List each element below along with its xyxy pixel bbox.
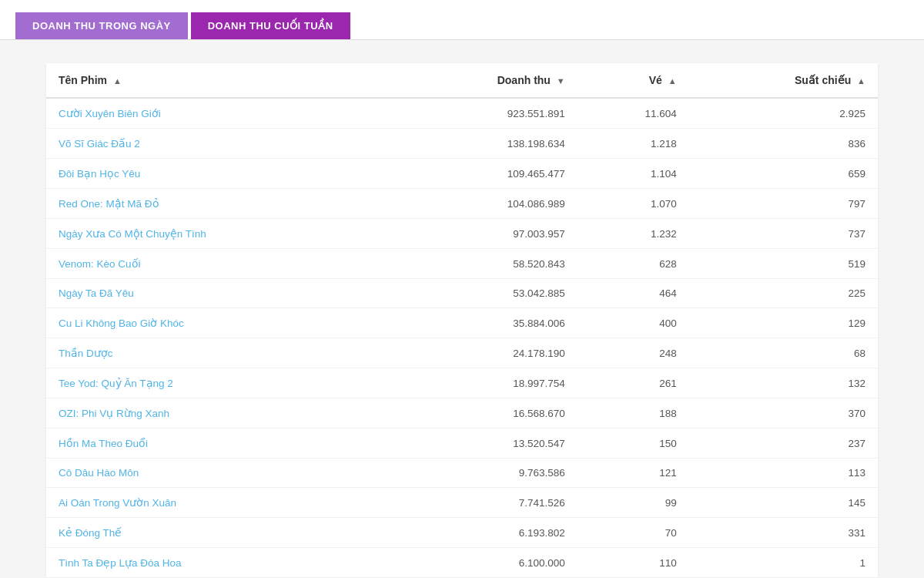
- revenue-cell: 35.884.006: [394, 308, 577, 338]
- revenue-table: Tên Phim ▲ Doanh thu ▼ Vé ▲ Suất chiếu ▲…: [46, 63, 878, 578]
- tickets-cell: 11.604: [578, 98, 689, 129]
- col-label-ten-phim: Tên Phim: [59, 74, 107, 86]
- tab-weekend[interactable]: DOANH THU CUỐI TUẦN: [191, 12, 350, 39]
- col-label-doanh-thu: Doanh thu: [497, 74, 551, 86]
- table-row: OZI: Phi Vụ Rừng Xanh16.568.670188370: [46, 398, 878, 428]
- table-row: Đôi Bạn Học Yêu109.465.4771.104659: [46, 159, 878, 189]
- movie-name-cell[interactable]: Red One: Mật Mã Đỏ: [46, 189, 394, 219]
- content-area: Tên Phim ▲ Doanh thu ▼ Vé ▲ Suất chiếu ▲…: [0, 40, 924, 578]
- movie-name-cell[interactable]: Cô Dâu Hào Môn: [46, 459, 394, 488]
- sort-icon-ve: ▲: [668, 76, 677, 86]
- shows-cell: 129: [689, 308, 878, 338]
- tickets-cell: 110: [578, 548, 689, 578]
- shows-cell: 132: [689, 368, 878, 398]
- table-row: Cu Li Không Bao Giờ Khóc35.884.006400129: [46, 308, 878, 338]
- movie-name-cell[interactable]: Đôi Bạn Học Yêu: [46, 159, 394, 189]
- shows-cell: 1: [689, 548, 878, 578]
- revenue-cell: 53.042.885: [394, 279, 577, 308]
- movie-name-cell[interactable]: Thần Dược: [46, 338, 394, 368]
- tickets-cell: 1.070: [578, 189, 689, 219]
- revenue-cell: 97.003.957: [394, 219, 577, 249]
- shows-cell: 113: [689, 459, 878, 488]
- table-row: Thần Dược24.178.19024868: [46, 338, 878, 368]
- tickets-cell: 121: [578, 459, 689, 488]
- shows-cell: 737: [689, 219, 878, 249]
- table-row: Võ Sĩ Giác Đấu 2138.198.6341.218836: [46, 129, 878, 159]
- revenue-cell: 104.086.989: [394, 189, 577, 219]
- tickets-cell: 248: [578, 338, 689, 368]
- shows-cell: 145: [689, 488, 878, 518]
- table-row: Ngày Xưa Có Một Chuyện Tình97.003.9571.2…: [46, 219, 878, 249]
- movie-name-cell[interactable]: Ai Oán Trong Vườn Xuân: [46, 488, 394, 518]
- table-row: Kẻ Đóng Thế6.193.80270331: [46, 518, 878, 548]
- shows-cell: 331: [689, 518, 878, 548]
- shows-cell: 370: [689, 398, 878, 428]
- revenue-cell: 16.568.670: [394, 398, 577, 428]
- table-row: Tình Ta Đẹp Lựa Đóa Hoa6.100.0001101: [46, 548, 878, 578]
- table-row: Cười Xuyên Biên Giới923.551.89111.6042.9…: [46, 98, 878, 129]
- table-row: Cô Dâu Hào Môn9.763.586121113: [46, 459, 878, 488]
- col-label-suat-chieu: Suất chiếu: [795, 74, 851, 86]
- table-row: Ai Oán Trong Vườn Xuân7.741.52699145: [46, 488, 878, 518]
- revenue-cell: 24.178.190: [394, 338, 577, 368]
- revenue-cell: 138.198.634: [394, 129, 577, 159]
- revenue-cell: 109.465.477: [394, 159, 577, 189]
- tickets-cell: 400: [578, 308, 689, 338]
- shows-cell: 519: [689, 249, 878, 279]
- tickets-cell: 464: [578, 279, 689, 308]
- tickets-cell: 261: [578, 368, 689, 398]
- revenue-cell: 6.100.000: [394, 548, 577, 578]
- revenue-cell: 923.551.891: [394, 98, 577, 129]
- revenue-cell: 9.763.586: [394, 459, 577, 488]
- table-header-row: Tên Phim ▲ Doanh thu ▼ Vé ▲ Suất chiếu ▲: [46, 63, 878, 98]
- sort-icon-doanh-thu: ▼: [557, 76, 565, 86]
- movie-name-cell[interactable]: Cu Li Không Bao Giờ Khóc: [46, 308, 394, 338]
- movie-name-cell[interactable]: Hồn Ma Theo Đuổi: [46, 428, 394, 459]
- shows-cell: 225: [689, 279, 878, 308]
- tickets-cell: 188: [578, 398, 689, 428]
- tickets-cell: 1.104: [578, 159, 689, 189]
- sort-icon-suat-chieu: ▲: [857, 76, 865, 86]
- col-header-ten-phim[interactable]: Tên Phim ▲: [46, 63, 394, 98]
- col-header-doanh-thu[interactable]: Doanh thu ▼: [394, 63, 577, 98]
- shows-cell: 797: [689, 189, 878, 219]
- movie-name-cell[interactable]: Ngày Ta Đã Yêu: [46, 279, 394, 308]
- tickets-cell: 628: [578, 249, 689, 279]
- shows-cell: 2.925: [689, 98, 878, 129]
- movie-name-cell[interactable]: Ngày Xưa Có Một Chuyện Tình: [46, 219, 394, 249]
- revenue-cell: 13.520.547: [394, 428, 577, 459]
- movie-name-cell[interactable]: Tình Ta Đẹp Lựa Đóa Hoa: [46, 548, 394, 578]
- col-header-suat-chieu[interactable]: Suất chiếu ▲: [689, 63, 878, 98]
- tickets-cell: 150: [578, 428, 689, 459]
- revenue-cell: 58.520.843: [394, 249, 577, 279]
- movie-name-cell[interactable]: OZI: Phi Vụ Rừng Xanh: [46, 398, 394, 428]
- table-row: Tee Yod: Quỷ Ăn Tạng 218.997.754261132: [46, 368, 878, 398]
- tickets-cell: 1.218: [578, 129, 689, 159]
- tickets-cell: 1.232: [578, 219, 689, 249]
- shows-cell: 68: [689, 338, 878, 368]
- movie-name-cell[interactable]: Tee Yod: Quỷ Ăn Tạng 2: [46, 368, 394, 398]
- revenue-cell: 7.741.526: [394, 488, 577, 518]
- shows-cell: 836: [689, 129, 878, 159]
- sort-icon-ten-phim: ▲: [113, 76, 122, 86]
- shows-cell: 237: [689, 428, 878, 459]
- shows-cell: 659: [689, 159, 878, 189]
- movie-name-cell[interactable]: Kẻ Đóng Thế: [46, 518, 394, 548]
- tickets-cell: 99: [578, 488, 689, 518]
- tab-daily[interactable]: DOANH THU TRONG NGÀY: [15, 12, 188, 39]
- movie-name-cell[interactable]: Venom: Kèo Cuối: [46, 249, 394, 279]
- table-row: Ngày Ta Đã Yêu53.042.885464225: [46, 279, 878, 308]
- table-row: Hồn Ma Theo Đuổi13.520.547150237: [46, 428, 878, 459]
- movie-name-cell[interactable]: Cười Xuyên Biên Giới: [46, 98, 394, 129]
- tickets-cell: 70: [578, 518, 689, 548]
- movie-name-cell[interactable]: Võ Sĩ Giác Đấu 2: [46, 129, 394, 159]
- tab-bar: DOANH THU TRONG NGÀY DOANH THU CUỐI TUẦN: [0, 0, 924, 40]
- col-header-ve[interactable]: Vé ▲: [578, 63, 689, 98]
- revenue-cell: 18.997.754: [394, 368, 577, 398]
- col-label-ve: Vé: [649, 74, 662, 86]
- table-row: Venom: Kèo Cuối58.520.843628519: [46, 249, 878, 279]
- revenue-cell: 6.193.802: [394, 518, 577, 548]
- table-row: Red One: Mật Mã Đỏ104.086.9891.070797: [46, 189, 878, 219]
